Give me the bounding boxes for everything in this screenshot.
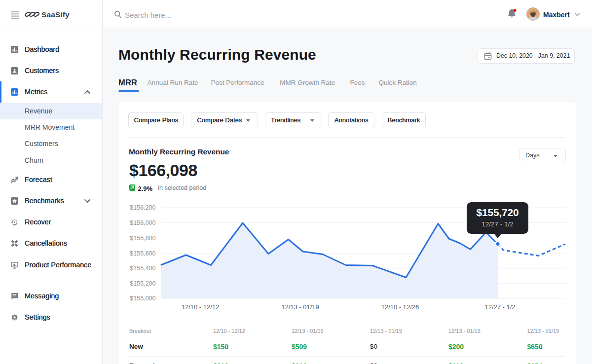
svg-text:$155,000: $155,000 — [130, 295, 155, 302]
svg-text:12/10 - 12/26: 12/10 - 12/26 — [381, 303, 419, 311]
svg-text:$155,800: $155,800 — [130, 235, 155, 242]
svg-text:12/13 - 01/19: 12/13 - 01/19 — [281, 303, 319, 311]
svg-text:$155,600: $155,600 — [130, 250, 155, 257]
svg-text:$155,200: $155,200 — [130, 280, 155, 287]
svg-text:$155,400: $155,400 — [130, 265, 155, 272]
svg-text:12/10 - 12/12: 12/10 - 12/12 — [182, 303, 220, 311]
svg-text:$156,000: $156,000 — [130, 219, 155, 226]
svg-text:$156,200: $156,200 — [130, 204, 155, 211]
svg-text:12/27 - 1/2: 12/27 - 1/2 — [484, 303, 515, 311]
